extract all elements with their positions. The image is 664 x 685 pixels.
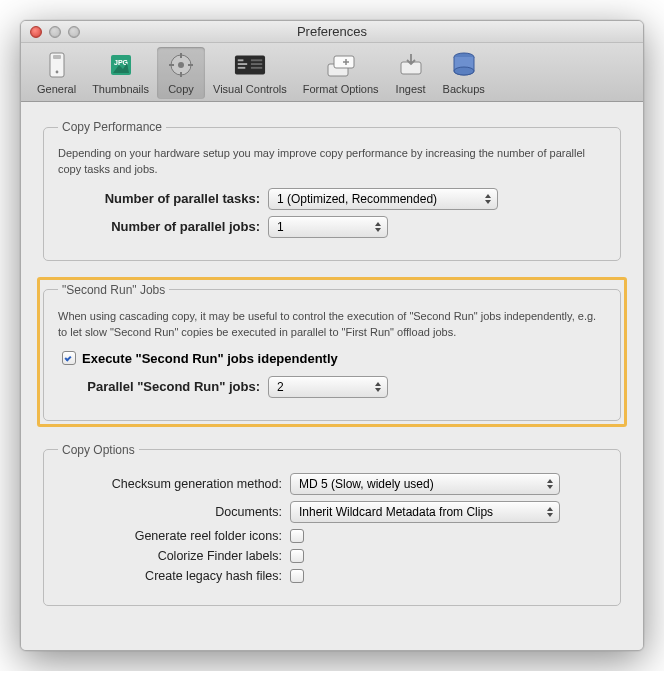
svg-rect-9 <box>169 64 174 66</box>
backups-icon <box>448 49 480 81</box>
window-controls <box>21 26 80 38</box>
legacy-hash-label: Create legacy hash files: <box>58 569 290 583</box>
svg-rect-8 <box>180 72 182 77</box>
toolbar-general[interactable]: General <box>29 47 84 99</box>
checksum-method-label: Checksum generation method: <box>58 477 290 491</box>
documents-select[interactable]: Inherit Wildcard Metadata from Clips <box>290 501 560 523</box>
format-options-icon <box>325 49 357 81</box>
visual-controls-icon <box>234 49 266 81</box>
toolbar-label: Copy <box>168 83 194 95</box>
colorize-labels-checkbox[interactable] <box>290 549 304 563</box>
toolbar-label: Visual Controls <box>213 83 287 95</box>
window-title: Preferences <box>21 24 643 39</box>
parallel-tasks-select[interactable]: 1 (Optimized, Recommended) <box>268 188 498 210</box>
minimize-button[interactable] <box>49 26 61 38</box>
toolbar-label: General <box>37 83 76 95</box>
svg-point-2 <box>55 71 58 74</box>
legacy-hash-checkbox[interactable] <box>290 569 304 583</box>
stepper-arrows-icon <box>543 502 557 522</box>
execute-second-run-checkbox[interactable] <box>62 351 76 365</box>
select-value: 2 <box>277 380 284 394</box>
toolbar-copy[interactable]: Copy <box>157 47 205 99</box>
svg-rect-17 <box>251 67 262 69</box>
toolbar-thumbnails[interactable]: JPG Thumbnails <box>84 47 157 99</box>
preferences-window: Preferences General JPG Thumbnails Copy … <box>20 20 644 651</box>
ingest-icon <box>395 49 427 81</box>
close-button[interactable] <box>30 26 42 38</box>
svg-rect-15 <box>251 59 262 61</box>
select-value: MD 5 (Slow, widely used) <box>299 477 434 491</box>
toolbar-format-options[interactable]: Format Options <box>295 47 387 99</box>
toolbar-label: Ingest <box>396 83 426 95</box>
general-icon <box>41 49 73 81</box>
svg-point-22 <box>454 67 474 75</box>
toolbar-label: Thumbnails <box>92 83 149 95</box>
svg-point-6 <box>178 62 184 68</box>
svg-rect-10 <box>188 64 193 66</box>
group-legend: "Second Run" Jobs <box>58 283 169 297</box>
execute-second-run-label: Execute "Second Run" jobs idependently <box>82 351 338 366</box>
group-legend: Copy Performance <box>58 120 166 134</box>
content-area: Copy Performance Depending on your hardw… <box>21 102 643 650</box>
zoom-button[interactable] <box>68 26 80 38</box>
select-value: Inherit Wildcard Metadata from Clips <box>299 505 493 519</box>
select-value: 1 <box>277 220 284 234</box>
toolbar-ingest[interactable]: Ingest <box>387 47 435 99</box>
copy-performance-desc: Depending on your hardware setup you may… <box>58 146 606 178</box>
copy-performance-group: Copy Performance Depending on your hardw… <box>43 120 621 261</box>
copy-options-group: Copy Options Checksum generation method:… <box>43 443 621 606</box>
toolbar-backups[interactable]: Backups <box>435 47 493 99</box>
parallel-second-run-label: Parallel "Second Run" jobs: <box>58 379 268 394</box>
svg-rect-14 <box>238 67 246 69</box>
parallel-jobs-label: Number of parallel jobs: <box>58 219 268 234</box>
stepper-arrows-icon <box>543 474 557 494</box>
stepper-arrows-icon <box>371 217 385 237</box>
svg-rect-1 <box>53 55 61 59</box>
toolbar-label: Format Options <box>303 83 379 95</box>
stepper-arrows-icon <box>371 377 385 397</box>
checksum-method-select[interactable]: MD 5 (Slow, widely used) <box>290 473 560 495</box>
second-run-desc: When using cascading copy, it may be use… <box>58 309 606 341</box>
svg-rect-12 <box>238 59 244 61</box>
reel-icons-label: Generate reel folder icons: <box>58 529 290 543</box>
copy-icon <box>165 49 197 81</box>
toolbar-label: Backups <box>443 83 485 95</box>
documents-label: Documents: <box>58 505 290 519</box>
reel-icons-checkbox[interactable] <box>290 529 304 543</box>
parallel-tasks-label: Number of parallel tasks: <box>58 191 268 206</box>
stepper-arrows-icon <box>481 189 495 209</box>
titlebar: Preferences <box>21 21 643 43</box>
second-run-highlight: "Second Run" Jobs When using cascading c… <box>37 277 627 427</box>
svg-rect-16 <box>251 63 262 65</box>
select-value: 1 (Optimized, Recommended) <box>277 192 437 206</box>
toolbar-visual-controls[interactable]: Visual Controls <box>205 47 295 99</box>
toolbar: General JPG Thumbnails Copy Visual Contr… <box>21 43 643 102</box>
thumbnails-icon: JPG <box>105 49 137 81</box>
parallel-second-run-select[interactable]: 2 <box>268 376 388 398</box>
svg-rect-7 <box>180 53 182 58</box>
svg-rect-13 <box>238 63 247 65</box>
group-legend: Copy Options <box>58 443 139 457</box>
second-run-group: "Second Run" Jobs When using cascading c… <box>43 283 621 421</box>
parallel-jobs-select[interactable]: 1 <box>268 216 388 238</box>
colorize-labels-label: Colorize Finder labels: <box>58 549 290 563</box>
